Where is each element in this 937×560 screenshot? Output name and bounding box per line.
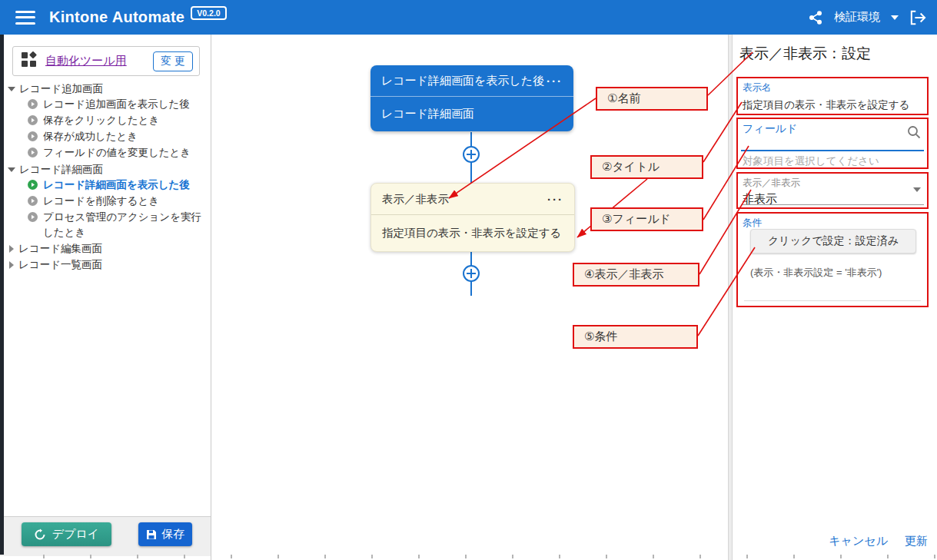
add-node-icon xyxy=(464,266,479,281)
annotation-condition: ⑤条件 xyxy=(573,325,698,349)
annotation-visibility: ④表示／非表示 xyxy=(573,263,699,287)
caret-down-icon xyxy=(8,167,15,172)
tree-group-record-add[interactable]: レコード追加画面 xyxy=(6,81,206,97)
play-circle-icon xyxy=(28,131,38,141)
caret-right-icon xyxy=(9,245,14,253)
cancel-link[interactable]: キャンセル xyxy=(829,534,888,548)
condition-divider xyxy=(744,300,921,301)
condition-section: 条件 クリックで設定：設定済み (表示・非表示設定 = '非表示') xyxy=(736,212,929,307)
annotation-name: ①名前 xyxy=(596,87,708,111)
field-placeholder: 対象項目を選択してください xyxy=(743,154,879,168)
tree-group-record-edit[interactable]: レコード編集画面 xyxy=(6,240,206,257)
trigger-node-subtitle: レコード詳細画面 xyxy=(370,96,573,131)
tree-item[interactable]: フィールドの値を変更したとき xyxy=(28,145,206,161)
play-circle-icon xyxy=(28,147,38,157)
play-circle-icon xyxy=(28,99,38,109)
condition-summary: (表示・非表示設定 = '非表示') xyxy=(750,266,882,280)
add-node-icon xyxy=(464,147,479,162)
display-name-field: 表示名 指定項目の表示・非表示を設定する xyxy=(736,77,929,115)
floppy-disk-icon xyxy=(146,529,157,540)
field-label: フィールド xyxy=(743,122,922,136)
tree-item[interactable]: 保存をクリックしたとき xyxy=(28,113,206,129)
more-menu-icon[interactable]: ··· xyxy=(547,75,563,88)
update-link[interactable]: 更新 xyxy=(905,534,928,548)
deploy-button[interactable]: デプロイ xyxy=(22,522,111,546)
version-badge: V0.2.0 xyxy=(191,6,226,20)
field-select-field: フィールド 対象項目を選択してください xyxy=(736,118,929,169)
play-circle-icon xyxy=(28,115,38,125)
app-icon xyxy=(21,51,38,71)
dropdown-caret-icon[interactable] xyxy=(913,187,921,192)
tree-item[interactable]: レコードを削除するとき xyxy=(28,194,206,210)
sidebar: 自動化ツール用 変 更 レコード追加画面 レコード追加画面を表示した後 保存をク… xyxy=(0,35,211,560)
app-selector-box: 自動化ツール用 変 更 xyxy=(12,46,200,76)
field-input-underline[interactable] xyxy=(741,150,924,151)
display-name-value[interactable]: 指定項目の表示・非表示を設定する xyxy=(743,98,922,112)
share-icon[interactable] xyxy=(808,10,823,25)
search-icon[interactable] xyxy=(907,125,921,142)
trigger-node-title: レコード詳細画面を表示した後 xyxy=(381,74,547,88)
caret-right-icon xyxy=(9,261,14,269)
panel-title: 表示／非表示：設定 xyxy=(739,44,871,64)
tree-group-record-detail[interactable]: レコード詳細画面 xyxy=(6,161,206,177)
caret-down-icon xyxy=(8,87,15,91)
menu-icon[interactable] xyxy=(15,11,35,25)
visibility-underline xyxy=(741,204,924,205)
tree-item-selected[interactable]: レコード詳細画面を表示した後 xyxy=(28,177,206,194)
condition-label: 条件 xyxy=(743,217,922,230)
tree-item[interactable]: 保存が成功したとき xyxy=(28,129,206,145)
annotation-field: ③フィールド xyxy=(590,207,703,231)
app-name-link[interactable]: 自動化ツール用 xyxy=(45,54,153,68)
refresh-icon xyxy=(34,529,46,541)
bottom-ruler-ticks xyxy=(43,555,937,558)
left-edge-bar xyxy=(0,35,4,555)
condition-set-button[interactable]: クリックで設定：設定済み xyxy=(750,229,916,253)
visibility-select[interactable]: 表示／非表示 非表示 xyxy=(736,172,929,209)
play-circle-icon-active xyxy=(28,180,38,190)
tree-group-record-list[interactable]: レコード一覧画面 xyxy=(6,257,206,273)
trigger-node[interactable]: レコード詳細画面を表示した後 ··· レコード詳細画面 xyxy=(370,65,573,131)
save-button[interactable]: 保存 xyxy=(138,522,192,546)
settings-panel: 表示／非表示：設定 表示名 指定項目の表示・非表示を設定する フィールド 対象項… xyxy=(733,35,937,560)
play-circle-icon xyxy=(28,212,38,222)
annotation-title: ②タイトル xyxy=(590,155,703,179)
more-menu-icon[interactable]: ··· xyxy=(547,193,563,206)
app-title: Kintone Automate xyxy=(49,8,184,26)
visibility-label: 表示／非表示 xyxy=(743,177,922,190)
action-node[interactable]: 表示／非表示 ··· 指定項目の表示・非表示を設定する xyxy=(370,183,575,252)
action-node-subtitle: 指定項目の表示・非表示を設定する xyxy=(371,214,574,251)
environment-label[interactable]: 検証環境 xyxy=(834,10,880,25)
app-window: Kintone Automate V0.2.0 検証環境 xyxy=(0,0,937,560)
change-app-button[interactable]: 変 更 xyxy=(153,51,193,71)
action-node-title: 表示／非表示 xyxy=(382,192,547,207)
play-circle-icon xyxy=(28,196,38,206)
top-header-bar: Kintone Automate V0.2.0 検証環境 xyxy=(0,0,937,35)
sidebar-footer: デプロイ 保存 xyxy=(0,516,211,556)
tree-item[interactable]: プロセス管理のアクションを実行したとき xyxy=(28,210,203,240)
logout-icon[interactable] xyxy=(909,10,926,25)
panel-divider xyxy=(728,35,733,560)
event-tree: レコード追加画面 レコード追加画面を表示した後 保存をクリックしたとき 保存が成… xyxy=(6,81,206,273)
display-name-label: 表示名 xyxy=(743,81,922,94)
chevron-down-icon[interactable] xyxy=(891,15,899,20)
tree-item[interactable]: レコード追加画面を表示した後 xyxy=(28,97,206,113)
